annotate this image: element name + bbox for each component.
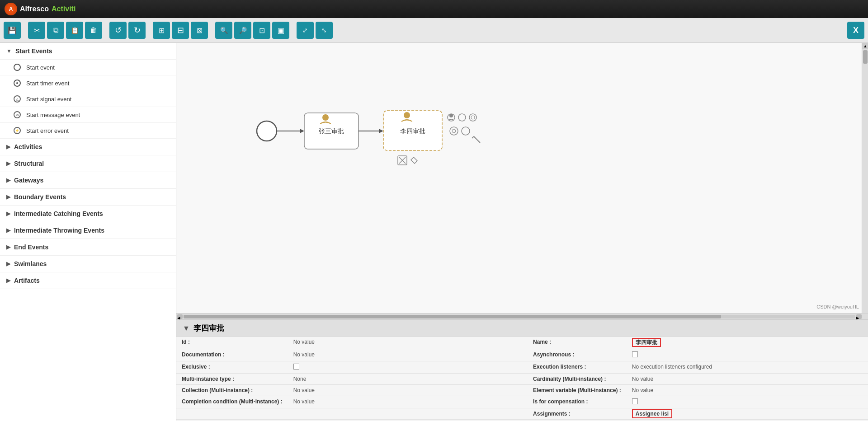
align-button[interactable]: ⊞ <box>153 22 170 39</box>
route1-button[interactable]: ⤢ <box>297 22 314 39</box>
properties-header[interactable]: ▼ 李四审批 <box>176 320 868 337</box>
sidebar-section-label-activities: Activities <box>14 143 42 150</box>
prop-value-exclusive <box>288 361 528 374</box>
start-message-icon: ✉ <box>13 110 22 119</box>
svg-point-14 <box>469 114 476 121</box>
prop-value-documentation: No value <box>288 349 528 361</box>
prop-value-name[interactable]: 李四审批 <box>627 337 868 349</box>
start-timer-icon <box>13 79 22 88</box>
distribute-button[interactable]: ⊟ <box>172 22 189 39</box>
close-button[interactable]: X <box>847 22 864 39</box>
sidebar-section-intermediate-catching[interactable]: ▶ Intermediate Catching Events <box>0 206 176 222</box>
svg-marker-7 <box>379 129 383 133</box>
sidebar-item-label-start-event: Start event <box>26 64 55 71</box>
resize-button[interactable]: ⊠ <box>191 22 208 39</box>
cut-button[interactable]: ✂ <box>28 22 45 39</box>
prop-label-assignments-label: Assignments : <box>528 408 627 420</box>
start-signal-icon <box>13 94 22 103</box>
exclusive-checkbox[interactable] <box>293 364 299 370</box>
sidebar-section-artifacts[interactable]: ▶ Artifacts <box>0 272 176 289</box>
sidebar: ▼ Start Events Start event Start timer e… <box>0 43 176 421</box>
delete-button[interactable]: 🗑 <box>85 22 102 39</box>
h-scroll-right[interactable]: ▸ <box>856 314 862 319</box>
svg-point-0 <box>257 121 277 141</box>
sidebar-section-label-intermediate-catching: Intermediate Catching Events <box>14 210 103 217</box>
sidebar-item-start-message[interactable]: ✉ Start message event <box>0 107 176 123</box>
prop-value-exec-listeners: No execution listeners configured <box>627 361 868 374</box>
sidebar-section-label-intermediate-throwing: Intermediate Throwing Events <box>14 227 104 234</box>
zoom-in-button[interactable]: 🔍 <box>215 22 232 39</box>
sidebar-section-swimlanes[interactable]: ▶ Swimlanes <box>0 256 176 272</box>
prop-label-exclusive: Exclusive : <box>176 361 288 374</box>
sidebar-section-activities[interactable]: ▶ Activities <box>0 139 176 155</box>
prop-label-completion: Completion condition (Multi-instance) : <box>176 396 288 408</box>
svg-point-12 <box>449 114 453 117</box>
sidebar-section-label-end-events: End Events <box>14 243 48 251</box>
logo-activiti: Activiti <box>52 5 75 13</box>
svg-point-18 <box>462 127 470 135</box>
section-arrow-artifacts: ▶ <box>6 277 10 284</box>
sidebar-item-start-error[interactable]: Start error event <box>0 123 176 139</box>
prop-row-doc-async: Documentation : No value Asynchronous : <box>176 349 868 361</box>
prop-value-assignments[interactable]: Assignee lisi <box>627 408 868 420</box>
start-error-icon <box>13 126 22 135</box>
prop-row-assignments: Assignments : Assignee lisi <box>176 408 868 420</box>
prop-label-exec-listeners: Execution listeners : <box>528 361 627 374</box>
svg-marker-2 <box>300 129 304 133</box>
canvas[interactable]: 张三审批 李四审批 <box>176 43 868 313</box>
vertical-scrollbar[interactable]: ▲ <box>862 43 868 313</box>
sidebar-section-label-artifacts: Artifacts <box>14 277 40 284</box>
h-scroll-left[interactable]: ◂ <box>177 314 183 319</box>
prop-row-multi-cardinality: Multi-instance type : None Cardinality (… <box>176 374 868 385</box>
asynchronous-checkbox[interactable] <box>632 351 638 357</box>
top-bar: A Alfresco Activiti <box>0 0 868 18</box>
sidebar-section-gateways[interactable]: ▶ Gateways <box>0 172 176 189</box>
route2-button[interactable]: ⤡ <box>316 22 333 39</box>
toolbar: 💾 ✂ ⧉ 📋 🗑 ↺ ↻ ⊞ ⊟ ⊠ 🔍 🔎 ⊡ ▣ ⤢ ⤡ X <box>0 18 868 43</box>
sidebar-section-structural[interactable]: ▶ Structural <box>0 155 176 172</box>
name-value-highlight[interactable]: 李四审批 <box>632 338 661 347</box>
assignments-value-highlight[interactable]: Assignee lisi <box>632 409 672 418</box>
sidebar-item-label-start-signal: Start signal event <box>26 96 71 103</box>
prop-label-name: Name : <box>528 337 627 349</box>
undo-button[interactable]: ↻ <box>128 22 146 39</box>
svg-point-17 <box>452 129 456 133</box>
svg-point-16 <box>450 127 458 135</box>
svg-text:李四审批: 李四审批 <box>400 127 425 135</box>
logo-alfresco: Alfresco <box>20 5 49 13</box>
sidebar-item-start-timer[interactable]: Start timer event <box>0 75 176 91</box>
scroll-thumb[interactable] <box>863 50 868 64</box>
prop-value-element-var: No value <box>627 385 868 396</box>
prop-row-collection-element: Collection (Multi-instance) : No value E… <box>176 385 868 396</box>
properties-panel: ▼ 李四审批 Id : No value Name : 李四审批 <box>176 319 868 421</box>
start-events-items: Start event Start timer event Start sign… <box>0 60 176 139</box>
sidebar-section-start-events[interactable]: ▼ Start Events <box>0 43 176 60</box>
save-button[interactable]: 💾 <box>4 22 21 39</box>
prop-value-id: No value <box>288 337 528 349</box>
svg-point-9 <box>404 112 410 118</box>
prop-label-assignments <box>176 408 288 420</box>
zoom-out-button[interactable]: 🔎 <box>234 22 251 39</box>
properties-collapse-arrow: ▼ <box>183 324 190 332</box>
sidebar-section-intermediate-throwing[interactable]: ▶ Intermediate Throwing Events <box>0 222 176 239</box>
section-arrow-swimlanes: ▶ <box>6 261 10 267</box>
sidebar-item-start-event[interactable]: Start event <box>0 60 176 75</box>
sidebar-section-end-events[interactable]: ▶ End Events <box>0 239 176 256</box>
prop-row-exclusive-listeners: Exclusive : Execution listeners : No exe… <box>176 361 868 374</box>
section-arrow-intermediate-throwing: ▶ <box>6 227 10 234</box>
prop-value-completion: No value <box>288 396 528 408</box>
compensation-checkbox[interactable] <box>632 398 638 404</box>
sidebar-item-start-signal[interactable]: Start signal event <box>0 91 176 107</box>
sidebar-section-boundary-events[interactable]: ▶ Boundary Events <box>0 189 176 206</box>
prop-value-cardinality: No value <box>627 374 868 385</box>
sidebar-item-label-start-error: Start error event <box>26 127 69 134</box>
paste-button[interactable]: 📋 <box>66 22 83 39</box>
properties-title: 李四审批 <box>193 323 224 333</box>
scroll-up-arrow[interactable]: ▲ <box>862 43 868 49</box>
copy-button[interactable]: ⧉ <box>47 22 64 39</box>
horizontal-scrollbar[interactable]: ◂ ▸ <box>176 313 868 319</box>
zoom-fit-button[interactable]: ⊡ <box>253 22 270 39</box>
redo-button[interactable]: ↺ <box>109 22 127 39</box>
zoom-page-button[interactable]: ▣ <box>272 22 289 39</box>
h-scroll-thumb[interactable] <box>184 315 721 318</box>
